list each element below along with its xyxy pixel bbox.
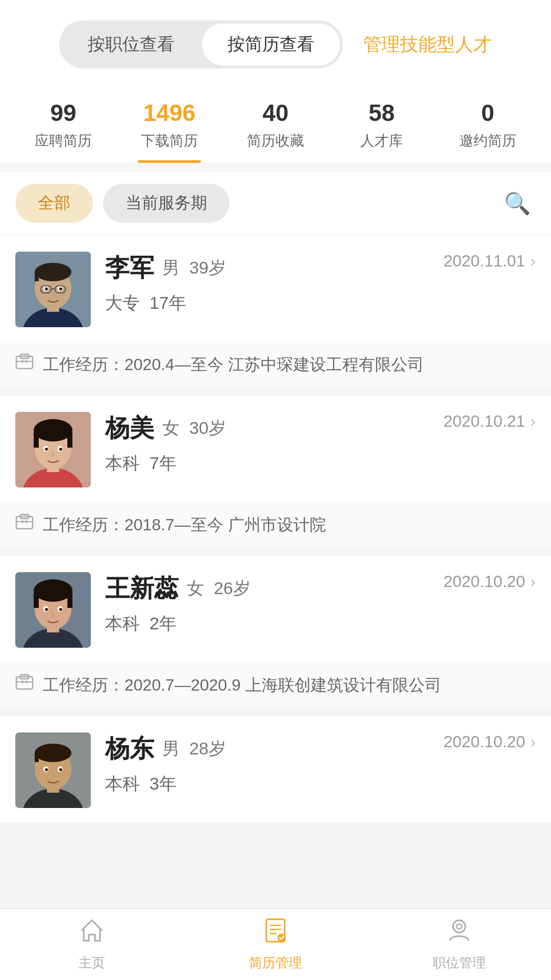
resume-card[interactable]: 王新蕊 女 26岁 2020.10.20 › 本科 2年 — [0, 556, 551, 708]
svg-point-58 — [45, 768, 48, 771]
view-toggle: 按职位查看 按简历查看 — [59, 20, 343, 68]
resume-name: 杨东 — [105, 732, 154, 765]
search-icon: 🔍 — [504, 191, 531, 215]
resume-name: 杨美 — [105, 412, 154, 445]
filter-bar: 全部 当前服务期 🔍 — [0, 172, 551, 235]
stat-number: 99 — [50, 99, 76, 127]
name-gender: 李军 男 39岁 — [105, 252, 226, 284]
work-text: 工作经历：2018.7—至今 广州市设计院 — [43, 514, 326, 536]
resume-card[interactable]: 李军 男 39岁 2020.11.01 › 大专 17年 — [0, 235, 551, 387]
filter-all-btn[interactable]: 全部 — [15, 184, 93, 223]
resume-header: 王新蕊 女 26岁 2020.10.20 › — [105, 572, 536, 605]
home-icon — [79, 917, 105, 950]
svg-point-44 — [59, 608, 62, 611]
stat-number: 1496 — [143, 99, 195, 127]
svg-point-27 — [45, 448, 48, 451]
stat-item-invited[interactable]: 0 邀约简历 — [435, 99, 541, 163]
work-icon — [15, 513, 34, 536]
resume-date: 2020.10.20 — [443, 732, 525, 751]
avatar — [15, 252, 91, 327]
svg-rect-40 — [67, 593, 72, 608]
nav-item-resume[interactable]: 简历管理 — [184, 917, 367, 972]
svg-point-43 — [45, 608, 48, 611]
position-nav-label: 职位管理 — [433, 954, 486, 972]
svg-point-8 — [45, 287, 48, 290]
work-icon — [15, 353, 34, 376]
resume-gender-age: 男 39岁 — [162, 256, 226, 280]
stat-item-downloaded[interactable]: 1496 下载简历 — [116, 99, 222, 163]
stat-number: 58 — [368, 99, 394, 127]
stat-number: 0 — [481, 99, 494, 127]
work-text: 工作经历：2020.4—至今 江苏中琛建设工程有限公司 — [43, 354, 424, 376]
resume-education: 本科 2年 — [105, 612, 536, 635]
svg-rect-39 — [34, 593, 39, 608]
stat-label: 人才库 — [360, 131, 403, 151]
stat-label: 简历收藏 — [247, 131, 304, 151]
position-icon — [446, 917, 472, 950]
manage-talent-btn[interactable]: 管理技能型人才 — [363, 32, 492, 57]
resume-header: 杨东 男 28岁 2020.10.20 › — [105, 732, 536, 765]
top-bar: 按职位查看 按简历查看 管理技能型人才 — [0, 0, 551, 84]
resume-nav-label: 简历管理 — [249, 954, 302, 972]
stat-label: 下载简历 — [141, 131, 198, 151]
search-button[interactable]: 🔍 — [499, 186, 536, 221]
resume-gender-age: 男 28岁 — [162, 737, 226, 761]
resume-info: 杨东 男 28岁 2020.10.20 › 本科 3年 — [105, 732, 536, 796]
stat-item-applied[interactable]: 99 应聘简历 — [10, 99, 116, 163]
svg-point-38 — [34, 579, 72, 602]
work-icon — [15, 674, 34, 697]
resume-main: 杨美 女 30岁 2020.10.21 › 本科 7年 — [0, 396, 551, 502]
view-by-resume-btn[interactable]: 按简历查看 — [202, 23, 340, 65]
chevron-right-icon: › — [530, 732, 536, 751]
stat-item-talent[interactable]: 58 人才库 — [329, 99, 435, 163]
resume-info: 王新蕊 女 26岁 2020.10.20 › 本科 2年 — [105, 572, 536, 635]
svg-rect-24 — [67, 432, 72, 448]
resume-main: 王新蕊 女 26岁 2020.10.20 › 本科 2年 — [0, 556, 551, 662]
resume-main: 李军 男 39岁 2020.11.01 › 大专 17年 — [0, 235, 551, 341]
filter-current-btn[interactable]: 当前服务期 — [103, 184, 230, 223]
view-by-position-btn[interactable]: 按职位查看 — [62, 23, 200, 65]
resume-list: 李军 男 39岁 2020.11.01 › 大专 17年 — [0, 235, 551, 822]
svg-point-54 — [35, 744, 71, 762]
nav-item-position[interactable]: 职位管理 — [367, 917, 551, 972]
resume-work-history: 工作经历：2018.7—至今 广州市设计院 — [0, 502, 551, 548]
svg-point-28 — [59, 448, 62, 451]
resume-date: 2020.11.01 — [443, 252, 525, 271]
stats-bar: 99 应聘简历 1496 下载简历 40 简历收藏 58 人才库 0 邀约简历 — [0, 84, 551, 163]
resume-date: 2020.10.21 — [443, 412, 525, 431]
stat-item-collected[interactable]: 40 简历收藏 — [222, 99, 329, 163]
svg-rect-23 — [34, 432, 39, 448]
resume-info: 杨美 女 30岁 2020.10.21 › 本科 7年 — [105, 412, 536, 475]
resume-education: 本科 7年 — [105, 452, 536, 475]
resume-education: 本科 3年 — [105, 772, 536, 796]
name-gender: 王新蕊 女 26岁 — [105, 572, 251, 605]
svg-rect-5 — [35, 272, 39, 281]
resume-education: 大专 17年 — [105, 291, 536, 315]
resume-card[interactable]: 杨东 男 28岁 2020.10.20 › 本科 3年 — [0, 716, 551, 822]
bottom-nav: 主页 简历管理 职位管理 — [0, 909, 551, 980]
stat-label: 邀约简历 — [459, 131, 516, 151]
resume-work-history: 工作经历：2020.7—2020.9 上海联创建筑设计有限公司 — [0, 662, 551, 708]
resume-main: 杨东 男 28岁 2020.10.20 › 本科 3年 — [0, 716, 551, 822]
home-nav-label: 主页 — [79, 954, 105, 972]
nav-item-home[interactable]: 主页 — [0, 917, 184, 972]
avatar — [15, 732, 91, 808]
name-gender: 杨东 男 28岁 — [105, 732, 226, 765]
resume-date: 2020.10.20 — [443, 572, 525, 591]
chevron-right-icon: › — [530, 572, 536, 591]
chevron-right-icon: › — [530, 412, 536, 431]
resume-icon — [262, 917, 289, 950]
resume-work-history: 工作经历：2020.4—至今 江苏中琛建设工程有限公司 — [0, 341, 551, 387]
svg-point-4 — [35, 263, 71, 281]
work-text: 工作经历：2020.7—2020.9 上海联创建筑设计有限公司 — [43, 674, 441, 697]
name-gender: 杨美 女 30岁 — [105, 412, 226, 445]
resume-info: 李军 男 39岁 2020.11.01 › 大专 17年 — [105, 252, 536, 315]
svg-point-66 — [457, 924, 462, 929]
resume-header: 杨美 女 30岁 2020.10.21 › — [105, 412, 536, 445]
resume-header: 李军 男 39岁 2020.11.01 › — [105, 252, 536, 284]
svg-point-22 — [34, 419, 72, 442]
avatar — [15, 412, 91, 487]
svg-point-9 — [59, 287, 62, 290]
resume-card[interactable]: 杨美 女 30岁 2020.10.21 › 本科 7年 — [0, 396, 551, 548]
stat-number: 40 — [262, 99, 288, 127]
